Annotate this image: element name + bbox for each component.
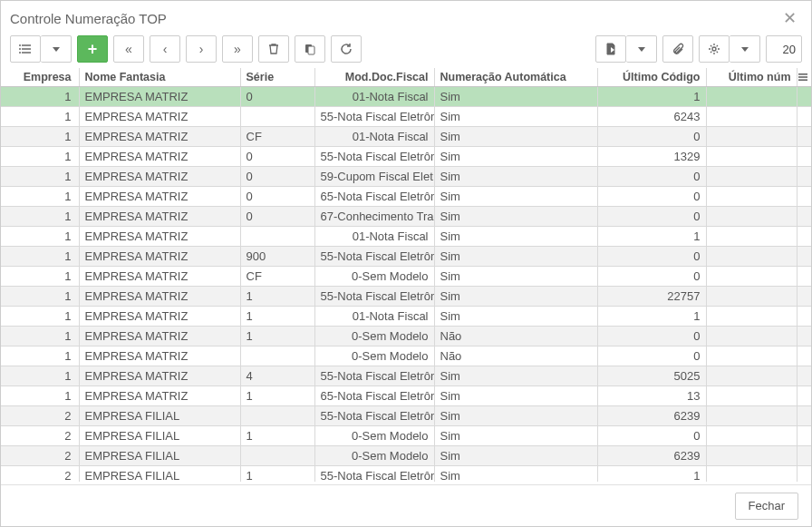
cell-serie (240, 227, 314, 247)
cell-empresa: 1 (1, 87, 79, 107)
gear-icon (708, 43, 720, 55)
cell-empresa: 1 (1, 327, 79, 346)
cell-nome: EMPRESA FILIAL (79, 426, 240, 446)
cell-empresa: 2 (1, 406, 79, 426)
cell-ultimo: 0 (597, 127, 706, 147)
prev-page-button[interactable]: ‹ (150, 35, 180, 63)
trash-icon (267, 43, 280, 55)
export-button-group (595, 35, 657, 63)
col-header-ultimo-num[interactable]: Último núm (706, 68, 797, 87)
list-icon (18, 42, 33, 56)
svg-rect-13 (798, 73, 807, 75)
table-row[interactable]: 1EMPRESA MATRIZCF0-Sem ModeloSim0 (1, 267, 811, 287)
cell-nome: EMPRESA MATRIZ (79, 107, 240, 127)
table-row[interactable]: 1EMPRESA MATRIZCF01-Nota FiscalSim0 (1, 127, 811, 147)
table-row[interactable]: 1EMPRESA MATRIZ055-Nota Fiscal EletrônSi… (1, 147, 811, 167)
add-button[interactable]: + (77, 35, 108, 63)
close-button[interactable]: Fechar (735, 493, 798, 520)
cell-auto: Sim (434, 187, 597, 207)
export-dropdown-button[interactable] (626, 35, 657, 63)
cell-mod: 55-Nota Fiscal Eletrôn (314, 406, 434, 426)
list-dropdown-button[interactable] (41, 35, 72, 63)
svg-rect-8 (308, 46, 314, 54)
page-size-input[interactable] (766, 35, 802, 63)
col-header-mod-doc-fiscal[interactable]: Mod.Doc.Fiscal (314, 68, 434, 87)
first-page-button[interactable]: « (113, 35, 144, 63)
table-row[interactable]: 2EMPRESA FILIAL10-Sem ModeloSim0 (1, 426, 811, 446)
cell-ultn (706, 267, 797, 287)
cell-empresa: 1 (1, 386, 79, 406)
copy-button[interactable] (295, 35, 325, 63)
cell-mod: 01-Nota Fiscal (314, 127, 434, 147)
cell-auto: Sim (434, 107, 597, 127)
settings-button-group (699, 35, 760, 63)
table-row[interactable]: 1EMPRESA MATRIZ001-Nota FiscalSim1 (1, 87, 811, 107)
cell-serie (240, 107, 314, 127)
table-row[interactable]: 1EMPRESA MATRIZ059-Cupom Fiscal EletSim0 (1, 167, 811, 187)
cell-nome: EMPRESA FILIAL (79, 446, 240, 466)
next-page-button[interactable]: › (186, 35, 217, 63)
cell-serie: 1 (240, 386, 314, 406)
col-header-numeracao-automatica[interactable]: Numeração Automática (434, 68, 597, 87)
row-gutter (797, 307, 811, 327)
table-row[interactable]: 1EMPRESA MATRIZ101-Nota FiscalSim1 (1, 307, 811, 327)
table-row[interactable]: 1EMPRESA MATRIZ01-Nota FiscalSim1 (1, 227, 811, 247)
cell-ultimo: 6239 (597, 406, 706, 426)
chevron-left-icon: ‹ (163, 42, 168, 56)
table-row[interactable]: 1EMPRESA MATRIZ165-Nota Fiscal EletrônSi… (1, 386, 811, 406)
col-header-nome-fantasia[interactable]: Nome Fantasia (79, 68, 240, 87)
cell-nome: EMPRESA MATRIZ (79, 247, 240, 267)
cell-empresa: 1 (1, 107, 79, 127)
cell-ultn (706, 187, 797, 207)
settings-dropdown-button[interactable] (730, 35, 760, 63)
cell-ultn (706, 386, 797, 406)
row-gutter (797, 446, 811, 466)
col-header-ultimo-codigo[interactable]: Último Código (597, 68, 706, 87)
cell-serie (240, 446, 314, 466)
table-row[interactable]: 2EMPRESA FILIAL55-Nota Fiscal EletrônSim… (1, 406, 811, 426)
table-row[interactable]: 1EMPRESA MATRIZ90055-Nota Fiscal Eletrôn… (1, 247, 811, 267)
footer: Fechar (1, 484, 811, 526)
attachment-button[interactable] (662, 35, 693, 63)
settings-button[interactable] (699, 35, 730, 63)
cell-mod: 01-Nota Fiscal (314, 87, 434, 107)
table-row[interactable]: 2EMPRESA FILIAL0-Sem ModeloSim6239 (1, 446, 811, 466)
svg-marker-6 (53, 47, 60, 52)
table-row[interactable]: 1EMPRESA MATRIZ10-Sem ModeloNão0 (1, 327, 811, 346)
row-gutter (797, 87, 811, 107)
refresh-button[interactable] (331, 35, 362, 63)
col-header-empresa[interactable]: Empresa (1, 68, 79, 87)
cell-ultimo: 13 (597, 386, 706, 406)
cell-nome: EMPRESA MATRIZ (79, 127, 240, 147)
cell-mod: 01-Nota Fiscal (314, 307, 434, 327)
table-row[interactable]: 1EMPRESA MATRIZ065-Nota Fiscal EletrônSi… (1, 187, 811, 207)
cell-ultimo: 0 (597, 346, 706, 366)
col-header-serie[interactable]: Série (240, 68, 314, 87)
cell-ultn (706, 107, 797, 127)
cell-nome: EMPRESA MATRIZ (79, 386, 240, 406)
last-page-button[interactable]: » (222, 35, 253, 63)
cell-ultimo: 1 (597, 227, 706, 247)
cell-empresa: 1 (1, 346, 79, 366)
cell-nome: EMPRESA MATRIZ (79, 187, 240, 207)
export-button[interactable] (595, 35, 626, 63)
cell-ultimo: 1 (597, 307, 706, 327)
table-row[interactable]: 1EMPRESA MATRIZ0-Sem ModeloNão0 (1, 346, 811, 366)
more-columns-button[interactable] (797, 68, 811, 87)
table-row[interactable]: 1EMPRESA MATRIZ067-Conhecimento TraSim0 (1, 207, 811, 227)
table-row[interactable]: 1EMPRESA MATRIZ155-Nota Fiscal EletrônSi… (1, 287, 811, 307)
table-row[interactable]: 1EMPRESA MATRIZ55-Nota Fiscal EletrônSim… (1, 107, 811, 127)
cell-ultn (706, 346, 797, 366)
cell-mod: 0-Sem Modelo (314, 446, 434, 466)
cell-empresa: 2 (1, 446, 79, 466)
delete-button[interactable] (258, 35, 289, 63)
list-button[interactable] (10, 35, 41, 63)
table-row[interactable]: 1EMPRESA MATRIZ455-Nota Fiscal EletrônSi… (1, 366, 811, 386)
cell-empresa: 1 (1, 167, 79, 187)
close-icon[interactable]: ✕ (778, 6, 802, 30)
horizontal-scrollbar[interactable] (6, 467, 806, 482)
cell-auto: Sim (434, 446, 597, 466)
cell-ultimo: 5025 (597, 366, 706, 386)
cell-mod: 0-Sem Modelo (314, 346, 434, 366)
menu-icon (798, 72, 808, 83)
